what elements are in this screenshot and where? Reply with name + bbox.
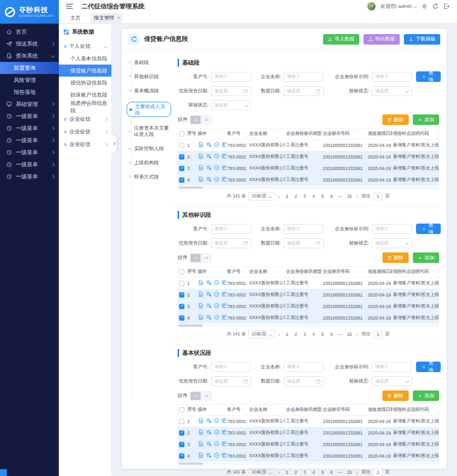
sidebar-item-level1[interactable]: 一级菜单	[0, 110, 59, 122]
page-size-select[interactable]: 10条/页	[248, 330, 275, 339]
approve-check-icon[interactable]	[214, 176, 220, 182]
detail-search-icon[interactable]	[206, 176, 212, 182]
refresh-icon[interactable]	[432, 3, 439, 9]
edit-file-icon[interactable]	[198, 176, 204, 182]
sidebar-item-level1[interactable]: 一级菜单	[0, 158, 59, 171]
approve-check-icon[interactable]	[214, 418, 220, 424]
settings-gear-icon[interactable]	[421, 3, 428, 9]
subsidebar-item[interactable]: 授信协议信息段	[59, 77, 111, 89]
page-number[interactable]: 2	[293, 470, 299, 475]
page-number[interactable]: 3	[302, 470, 308, 475]
export-data-button[interactable]: 导出数据	[363, 34, 400, 45]
page-number[interactable]: 1	[284, 332, 290, 337]
check-status-select[interactable]: 请选择	[372, 376, 412, 386]
edit-file-icon[interactable]	[198, 314, 204, 320]
approve-check-icon[interactable]	[214, 452, 220, 458]
anchor-item[interactable]: 基本概况段	[128, 88, 171, 94]
detail-search-icon[interactable]	[206, 314, 212, 320]
row-checkbox[interactable]	[179, 304, 184, 309]
page-number[interactable]: 4	[310, 332, 317, 337]
page-number[interactable]: —	[337, 470, 344, 475]
report-date-picker[interactable]: 请选择	[211, 376, 251, 386]
detail-search-icon[interactable]	[206, 429, 212, 435]
add-button[interactable]: ＋添加	[413, 390, 440, 401]
page-number[interactable]: —	[337, 194, 344, 199]
id-code-input[interactable]: 请输入	[372, 362, 412, 372]
anchor-item[interactable]: 基础段	[128, 59, 171, 66]
form-card-icon[interactable]	[222, 441, 226, 447]
tab-home[interactable]: 主页	[67, 13, 84, 23]
sort-asc-button[interactable]: ↑≡	[190, 115, 201, 124]
edit-file-icon[interactable]	[198, 418, 204, 424]
approve-check-icon[interactable]	[214, 291, 220, 297]
company-name-input[interactable]: 请输入	[284, 224, 324, 234]
detail-search-icon[interactable]	[206, 291, 212, 297]
goto-page-input[interactable]	[373, 469, 382, 476]
form-card-icon[interactable]	[222, 429, 226, 435]
edit-file-icon[interactable]	[198, 429, 204, 435]
select-all-checkbox[interactable]	[179, 269, 184, 274]
page-number[interactable]: 6	[328, 470, 335, 475]
detail-search-icon[interactable]	[206, 441, 212, 447]
delete-button[interactable]: 删除	[382, 252, 409, 263]
edit-file-icon[interactable]	[198, 280, 204, 285]
edit-file-icon[interactable]	[198, 291, 204, 297]
table-row[interactable]: 3 783-0002	[178, 439, 439, 450]
subsidebar-item[interactable]: 借贷账户信息段	[59, 65, 111, 77]
sidebar-collapse-button[interactable]	[0, 469, 7, 476]
approve-check-icon[interactable]	[214, 303, 220, 309]
user-menu[interactable]: 欢迎您! admin	[380, 3, 417, 10]
detail-search-icon[interactable]	[206, 418, 212, 424]
row-checkbox[interactable]	[179, 143, 184, 148]
detail-search-icon[interactable]	[206, 142, 212, 147]
page-number[interactable]: 6	[328, 194, 335, 199]
approve-check-icon[interactable]	[214, 314, 220, 320]
row-checkbox[interactable]	[179, 430, 184, 436]
data-date-picker[interactable]: 请选择	[284, 376, 324, 386]
add-button[interactable]: ＋添加	[413, 114, 440, 125]
id-code-input[interactable]: 请输入	[372, 224, 412, 234]
page-number[interactable]: 3	[302, 194, 308, 199]
anchor-item[interactable]: 上级机构段	[128, 160, 171, 166]
table-row[interactable]: 4 783-0002	[178, 450, 439, 462]
next-page-button[interactable]: ›	[355, 194, 359, 199]
approve-check-icon[interactable]	[214, 142, 220, 147]
page-number[interactable]: 5	[319, 470, 326, 475]
sort-desc-button[interactable]: ↓≡	[201, 115, 211, 124]
logout-icon[interactable]	[443, 3, 450, 9]
table-row[interactable]: 1 783-0002	[178, 140, 439, 151]
form-card-icon[interactable]	[222, 418, 226, 424]
row-checkbox[interactable]	[179, 281, 184, 286]
form-card-icon[interactable]	[222, 291, 226, 297]
form-card-icon[interactable]	[222, 280, 226, 285]
page-number[interactable]: 3	[302, 332, 308, 337]
detail-search-icon[interactable]	[206, 280, 212, 285]
sort-desc-button[interactable]: ↓≡	[201, 392, 211, 400]
customer-no-input[interactable]: 请输入	[211, 72, 251, 82]
scrollbar-thumb[interactable]	[179, 324, 203, 327]
next-page-button[interactable]: ›	[355, 470, 359, 475]
id-code-input[interactable]: 请输入	[372, 72, 412, 82]
anchor-item[interactable]: 实际控制人段	[128, 145, 171, 152]
table-row[interactable]: 3 783-0002	[178, 301, 439, 312]
detail-search-icon[interactable]	[206, 165, 212, 171]
subsidebar-item[interactable]: 个人基本信息段	[59, 52, 111, 65]
edit-file-icon[interactable]	[198, 142, 204, 147]
search-button[interactable]: 查询	[416, 224, 441, 234]
page-size-select[interactable]: 10条/页	[248, 468, 275, 476]
subsidebar-item[interactable]: 抵质押合同信息段	[59, 101, 111, 113]
customer-no-input[interactable]: 请输入	[211, 224, 251, 234]
close-tab-icon[interactable]: ×	[117, 15, 120, 20]
sidebar-item-level1[interactable]: 一级菜单	[0, 122, 59, 134]
page-size-select[interactable]: 10条/页	[248, 192, 275, 200]
next-page-button[interactable]: ›	[355, 332, 359, 337]
sidebar-item-level1[interactable]: 一级菜单	[0, 134, 59, 146]
row-checkbox[interactable]	[179, 154, 184, 160]
edit-file-icon[interactable]	[198, 441, 204, 447]
prev-page-button[interactable]: ‹	[277, 332, 281, 337]
hamburger-menu-icon[interactable]	[66, 4, 73, 9]
sidebar-item-level1[interactable]: 一级菜单	[0, 171, 59, 183]
edit-file-icon[interactable]	[198, 153, 204, 159]
sort-asc-button[interactable]: ↑≡	[190, 392, 201, 400]
report-date-picker[interactable]: 请选择	[211, 238, 251, 248]
